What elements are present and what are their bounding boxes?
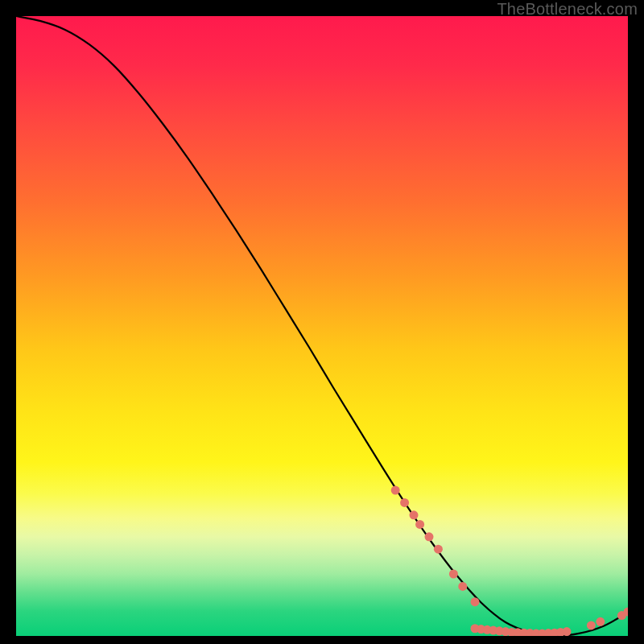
data-point [563, 627, 572, 636]
watermark-text: TheBottleneck.com [497, 0, 638, 19]
data-point [596, 617, 605, 626]
plot-area [16, 16, 628, 636]
data-point [458, 582, 467, 591]
data-point [434, 545, 443, 554]
data-point [587, 621, 596, 630]
chart-stage: TheBottleneck.com [0, 0, 644, 644]
bottleneck-curve [16, 16, 628, 636]
data-point [391, 486, 400, 495]
data-points [391, 486, 628, 636]
data-point [425, 532, 434, 541]
data-point [400, 498, 409, 507]
data-point [410, 510, 419, 519]
data-point [471, 597, 480, 606]
data-point [415, 520, 424, 529]
curve-layer [16, 16, 628, 636]
data-point [449, 570, 458, 579]
